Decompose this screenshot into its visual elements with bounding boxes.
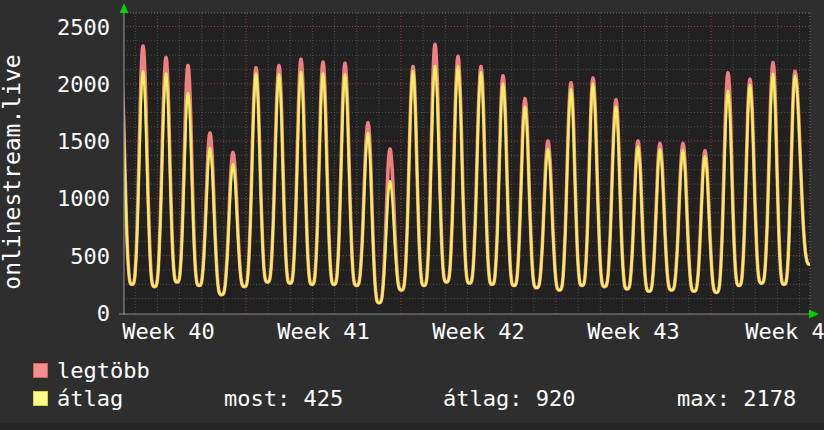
bottom-edge	[0, 423, 824, 430]
x-week-label: Week 43	[587, 319, 680, 344]
legend-swatch-atlag	[33, 391, 48, 406]
y-tick-label: 2500	[57, 15, 110, 40]
up-arrow-icon	[120, 3, 129, 13]
right-arrow-icon	[809, 310, 819, 319]
rrd-graph-page: { "colors": { "outer_background": "#2e2e…	[0, 0, 824, 430]
y-tick-label: 1500	[57, 129, 110, 154]
y-axis-title: onlinestream.live	[1, 50, 23, 295]
y-tick-label: 2000	[57, 72, 110, 97]
y-tick-label: 500	[70, 244, 110, 269]
legend-label-legtobb: legtöbb	[57, 360, 150, 382]
x-week-label: Week 4	[745, 319, 824, 344]
x-week-label: Week 40	[122, 319, 215, 344]
legend-swatch-legtobb	[33, 363, 48, 378]
stat-max: max: 2178	[677, 388, 796, 410]
stat-most: most: 425	[224, 388, 343, 410]
stat-atlag: átlag: 920	[443, 388, 575, 410]
x-week-label: Week 41	[277, 319, 370, 344]
y-tick-label: 1000	[57, 186, 110, 211]
y-tick-label: 0	[97, 301, 110, 326]
legend-label-atlag: átlag	[57, 388, 123, 410]
x-week-label: Week 42	[432, 319, 525, 344]
